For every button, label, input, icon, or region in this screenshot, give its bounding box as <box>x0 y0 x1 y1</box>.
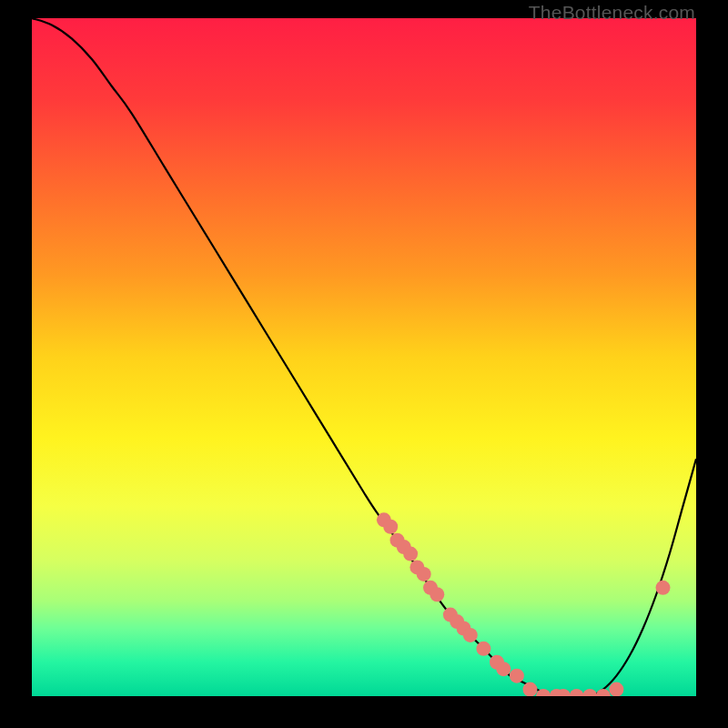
marker-dot <box>463 628 478 642</box>
marker-dot <box>523 682 538 696</box>
marker-dot <box>417 567 431 581</box>
marker-dot <box>403 547 418 561</box>
marker-dot <box>383 520 398 534</box>
marker-dot <box>510 669 524 683</box>
plot-area <box>32 18 696 696</box>
chart-stage: { "attribution": "TheBottleneck.com", "c… <box>0 0 728 728</box>
marker-dot <box>430 587 444 602</box>
marker-dot <box>656 581 671 595</box>
marker-dot <box>476 642 490 656</box>
marker-dot <box>496 662 511 676</box>
gradient-background <box>32 18 696 696</box>
marker-dot <box>609 682 623 696</box>
plot-svg <box>32 18 696 696</box>
